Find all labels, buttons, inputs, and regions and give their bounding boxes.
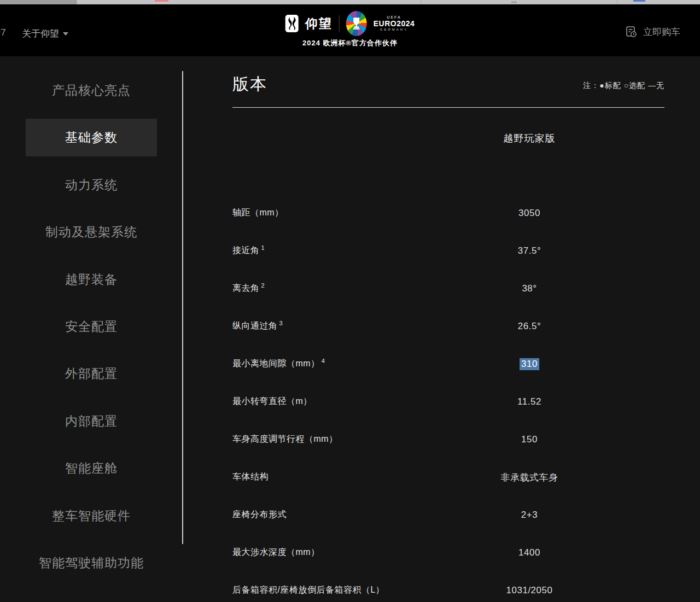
spec-row-seat-layout: 座椅分布形式 2+3 — [232, 496, 664, 534]
legend-note: 注：●标配 ○选配 —无 — [583, 81, 664, 91]
strip-divider — [617, 0, 617, 4]
spec-label: 最小离地间隙（mm） — [232, 359, 320, 369]
spec-row-trunk-volume: 后备箱容积/座椅放倒后备箱容积（L） 1031/2050 — [232, 571, 664, 602]
spec-value-selected[interactable]: 310 — [520, 358, 539, 370]
spec-value: 37.5° — [518, 246, 541, 256]
spec-value: 1031/2050 — [506, 585, 553, 596]
spec-label: 纵向通过角 — [232, 322, 278, 331]
buy-now-button[interactable]: 立即购车 — [625, 25, 680, 38]
euro2024-wordmark: UEFA EURO2024 GERMANY — [374, 15, 415, 32]
euro-partner-line: 2024 欧洲杯®官方合作伙伴 — [302, 38, 398, 48]
spec-value: 3050 — [518, 208, 540, 219]
sidebar-item-safety-config[interactable]: 安全配置 — [26, 308, 157, 346]
footnote-sup: 3 — [279, 320, 283, 326]
spec-label: 最小转弯直径（m） — [232, 397, 312, 406]
euro2024-badge-icon — [346, 11, 367, 36]
sidebar-item-brake-suspension[interactable]: 制动及悬架系统 — [26, 213, 157, 251]
spec-value: 1400 — [518, 547, 540, 558]
footnote-sup: 4 — [322, 358, 325, 364]
germany-label: GERMANY — [380, 28, 408, 32]
strip-divider — [77, 0, 77, 4]
spec-row-turning-diameter: 最小转弯直径（m） 11.52 — [232, 383, 664, 420]
nav-item-u7-partial[interactable]: U7 — [0, 27, 6, 38]
sidebar-item-offroad-equipment[interactable]: 越野装备 — [26, 261, 157, 299]
sidebar-item-basic-parameters[interactable]: 基础参数 — [26, 119, 157, 156]
spec-row-ground-clearance: 最小离地间隙（mm）4 310 — [232, 345, 664, 383]
strip-segment-dark — [0, 0, 77, 4]
yangwang-logo-text: 仰望 — [305, 15, 332, 32]
spec-label: 接近角 — [232, 246, 260, 255]
spec-row-departure-angle: 离去角2 38° — [232, 270, 664, 307]
spec-category-sidebar: 产品核心亮点 基础参数 动力系统 制动及悬架系统 越野装备 安全配置 外部配置 … — [26, 72, 157, 591]
euro2024-label: EURO2024 — [374, 20, 415, 28]
spec-label: 座椅分布形式 — [232, 510, 287, 519]
footnote-sup: 1 — [261, 244, 265, 251]
nav-about-label: 关于仰望 — [22, 27, 59, 40]
strip-gray-mark — [511, 1, 517, 3]
spec-label: 离去角 — [232, 284, 260, 293]
order-clock-icon — [625, 25, 638, 38]
yangwang-logo-icon — [285, 15, 299, 32]
spec-value: 26.5° — [518, 321, 541, 332]
trim-column-header: 越野玩家版 — [481, 132, 578, 145]
chevron-down-icon — [63, 32, 68, 36]
spec-value: 38° — [522, 283, 536, 294]
spec-label: 车体结构 — [232, 472, 269, 482]
buy-now-label: 立即购车 — [643, 26, 680, 38]
spec-value: 150 — [521, 434, 538, 445]
page-title: 版本 — [232, 73, 267, 96]
spec-label: 轴距（mm） — [232, 208, 284, 218]
sidebar-item-smart-cockpit[interactable]: 智能座舱 — [26, 449, 157, 487]
browser-edge-strip — [0, 0, 700, 4]
spec-value: 2+3 — [521, 510, 538, 521]
sidebar-divider — [182, 71, 183, 544]
spec-label: 后备箱容积/座椅放倒后备箱容积（L） — [232, 586, 384, 595]
footnote-sup: 2 — [261, 282, 265, 289]
spec-row-body-structure: 车体结构 非承载式车身 — [232, 458, 664, 496]
nav-about-dropdown[interactable]: 关于仰望 — [22, 27, 68, 40]
spec-row-breakover-angle: 纵向通过角3 26.5° — [232, 307, 664, 345]
sidebar-item-interior-config[interactable]: 内部配置 — [26, 402, 157, 440]
sidebar-item-smart-driving-assist[interactable]: 智能驾驶辅助功能 — [26, 544, 157, 582]
title-divider — [232, 107, 664, 108]
sidebar-item-powertrain[interactable]: 动力系统 — [26, 166, 157, 204]
spec-label: 车身高度调节行程（mm） — [232, 435, 338, 444]
spec-table: 轴距（mm） 3050 接近角1 37.5° 离去角2 38° 纵向通过角3 2… — [232, 194, 664, 602]
strip-pink-indicator — [155, 0, 168, 2]
strip-blue-indicator — [633, 0, 645, 2]
spec-row-wheelbase: 轴距（mm） 3050 — [232, 194, 664, 232]
strip-divider — [421, 0, 421, 4]
spec-row-approach-angle: 接近角1 37.5° — [232, 232, 664, 270]
sidebar-item-vehicle-smart-hardware[interactable]: 整车智能硬件 — [26, 497, 157, 535]
spec-row-wading-depth: 最大涉水深度（mm） 1400 — [232, 534, 664, 571]
sidebar-item-product-highlights[interactable]: 产品核心亮点 — [26, 72, 157, 109]
brand-logo-group[interactable]: 仰望 UEFA EURO2024 GERMANY — [285, 11, 415, 36]
spec-row-height-adjust-range: 车身高度调节行程（mm） 150 — [232, 420, 664, 458]
spec-label: 最大涉水深度（mm） — [232, 548, 320, 557]
spec-value: 11.52 — [517, 396, 541, 407]
sidebar-item-exterior-config[interactable]: 外部配置 — [26, 355, 157, 393]
logo-separator — [339, 15, 340, 32]
site-header: U7 关于仰望 仰望 UEFA EURO2024 GERMANY 2024 — [0, 4, 700, 56]
spec-value: 非承载式车身 — [501, 471, 558, 483]
